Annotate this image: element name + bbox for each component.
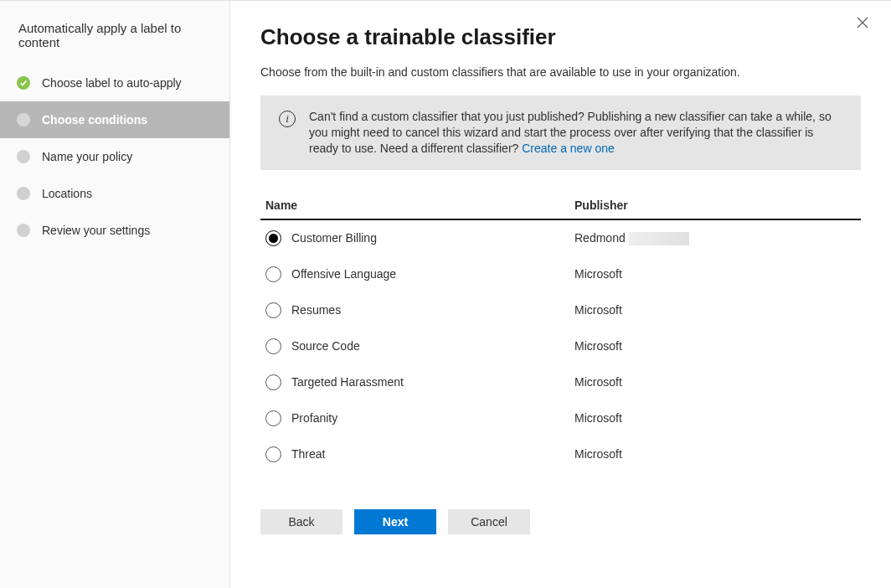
step-dot-icon bbox=[17, 113, 30, 126]
main-panel: Choose a trainable classifier Choose fro… bbox=[230, 1, 891, 588]
classifier-radio[interactable] bbox=[265, 266, 281, 282]
app: Automatically apply a label to content C… bbox=[0, 0, 891, 588]
cell-publisher: Microsoft bbox=[574, 303, 861, 317]
table-row[interactable]: Offensive LanguageMicrosoft bbox=[260, 256, 861, 292]
close-button[interactable] bbox=[852, 13, 873, 33]
table-row[interactable]: Source CodeMicrosoft bbox=[260, 328, 861, 364]
wizard-step-label: Choose label to auto-apply bbox=[42, 76, 182, 90]
wizard-step-label: Name your policy bbox=[42, 150, 132, 163]
step-dot-icon bbox=[17, 187, 30, 200]
classifier-radio[interactable] bbox=[265, 410, 281, 426]
next-button[interactable]: Next bbox=[354, 509, 436, 534]
classifier-name: Targeted Harassment bbox=[291, 375, 404, 389]
publisher-name: Redmond bbox=[574, 231, 626, 245]
cell-publisher: Microsoft bbox=[574, 267, 861, 281]
wizard-step[interactable]: Locations bbox=[0, 175, 229, 212]
classifier-name: Profanity bbox=[291, 411, 337, 425]
table-row[interactable]: ResumesMicrosoft bbox=[260, 292, 861, 328]
cell-name: Source Code bbox=[260, 338, 574, 354]
column-header-name: Name bbox=[260, 199, 574, 212]
cell-name: Profanity bbox=[260, 410, 574, 426]
column-header-publisher: Publisher bbox=[574, 199, 861, 212]
wizard-step-label: Locations bbox=[42, 187, 92, 200]
publisher-name: Microsoft bbox=[574, 375, 622, 389]
cell-name: Threat bbox=[260, 446, 574, 462]
wizard-footer: Back Next Cancel bbox=[260, 509, 861, 534]
wizard-step[interactable]: Choose label to auto-apply bbox=[0, 64, 229, 101]
wizard-step-label: Choose conditions bbox=[42, 113, 147, 126]
info-banner: i Can't find a custom classifier that yo… bbox=[260, 95, 861, 170]
step-dot-icon bbox=[17, 224, 30, 237]
classifier-radio[interactable] bbox=[265, 338, 281, 354]
cell-name: Offensive Language bbox=[260, 266, 574, 282]
classifier-name: Offensive Language bbox=[291, 267, 396, 281]
cell-publisher: Redmond bbox=[574, 231, 861, 245]
close-icon bbox=[857, 17, 868, 28]
cell-publisher: Microsoft bbox=[574, 411, 861, 425]
publisher-name: Microsoft bbox=[574, 267, 622, 281]
page-description: Choose from the built-in and custom clas… bbox=[260, 65, 861, 79]
table-row[interactable]: Customer BillingRedmond bbox=[260, 220, 861, 256]
classifier-name: Threat bbox=[291, 447, 325, 461]
back-button[interactable]: Back bbox=[260, 509, 342, 534]
create-classifier-link[interactable]: Create a new one bbox=[522, 142, 615, 155]
checkmark-icon bbox=[17, 76, 30, 90]
step-dot-icon bbox=[17, 150, 30, 163]
cell-publisher: Microsoft bbox=[574, 339, 861, 353]
info-icon: i bbox=[279, 111, 296, 127]
classifier-name: Source Code bbox=[291, 339, 360, 353]
classifiers-table: Name Publisher Customer BillingRedmondOf… bbox=[260, 192, 861, 472]
table-header: Name Publisher bbox=[260, 192, 861, 220]
table-row[interactable]: ProfanityMicrosoft bbox=[260, 400, 861, 436]
cell-publisher: Microsoft bbox=[574, 375, 861, 389]
wizard-step[interactable]: Review your settings bbox=[0, 212, 229, 249]
cell-name: Resumes bbox=[260, 302, 574, 318]
classifier-radio[interactable] bbox=[265, 374, 281, 390]
classifier-name: Customer Billing bbox=[291, 231, 377, 245]
table-row[interactable]: ThreatMicrosoft bbox=[260, 436, 861, 472]
cell-name: Customer Billing bbox=[260, 230, 574, 246]
page-title: Choose a trainable classifier bbox=[260, 24, 861, 50]
publisher-name: Microsoft bbox=[574, 303, 622, 317]
table-row[interactable]: Targeted HarassmentMicrosoft bbox=[260, 364, 861, 400]
cancel-button[interactable]: Cancel bbox=[448, 509, 530, 534]
cell-publisher: Microsoft bbox=[574, 447, 861, 461]
cell-name: Targeted Harassment bbox=[260, 374, 574, 390]
wizard-sidebar: Automatically apply a label to content C… bbox=[0, 1, 230, 588]
publisher-name: Microsoft bbox=[574, 411, 622, 425]
classifier-radio[interactable] bbox=[265, 230, 281, 246]
classifier-radio[interactable] bbox=[265, 446, 281, 462]
redacted-area bbox=[629, 232, 689, 245]
wizard-step[interactable]: Name your policy bbox=[0, 138, 229, 175]
wizard-step[interactable]: Choose conditions bbox=[0, 101, 229, 138]
publisher-name: Microsoft bbox=[574, 447, 622, 461]
info-text: Can't find a custom classifier that you … bbox=[309, 109, 842, 157]
publisher-name: Microsoft bbox=[574, 339, 622, 353]
wizard-step-label: Review your settings bbox=[42, 224, 150, 237]
classifier-radio[interactable] bbox=[265, 302, 281, 318]
classifier-name: Resumes bbox=[291, 303, 341, 317]
sidebar-title: Automatically apply a label to content bbox=[0, 21, 229, 64]
